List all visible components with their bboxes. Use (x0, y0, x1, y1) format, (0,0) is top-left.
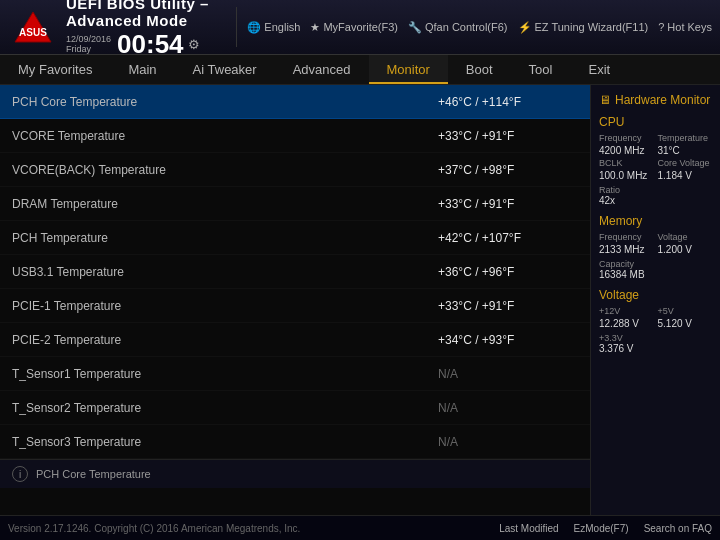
search-faq-button[interactable]: Search on FAQ (644, 523, 712, 534)
question-icon: ? (658, 21, 664, 33)
row-label: T_Sensor2 Temperature (12, 401, 438, 415)
app-title: UEFI BIOS Utility – Advanced Mode (66, 0, 226, 29)
v33-block: +3.3V 3.376 V (599, 333, 712, 354)
date-display: 12/09/2016Friday (66, 34, 111, 54)
row-value: +46°C / +114°F (438, 95, 578, 109)
table-row[interactable]: VCORE Temperature+33°C / +91°F (0, 119, 590, 153)
row-value: +33°C / +91°F (438, 299, 578, 313)
row-value: +42°C / +107°F (438, 231, 578, 245)
navigation-bar: My Favorites Main Ai Tweaker Advanced Mo… (0, 55, 720, 85)
row-label: USB3.1 Temperature (12, 265, 438, 279)
table-row[interactable]: USB3.1 Temperature+36°C / +96°F (0, 255, 590, 289)
row-value: N/A (438, 435, 578, 449)
settings-gear-icon[interactable]: ⚙ (188, 37, 200, 52)
voltage-section-title: Voltage (599, 288, 712, 302)
mem-volt-label: Voltage (658, 232, 713, 242)
monitor-icon: 🖥 (599, 93, 611, 107)
row-label: T_Sensor3 Temperature (12, 435, 438, 449)
row-value: +33°C / +91°F (438, 197, 578, 211)
cpu-temp-value: 31°C (658, 145, 713, 156)
info-text: PCH Core Temperature (36, 468, 151, 480)
qfan-button[interactable]: 🔧 Qfan Control(F6) (408, 21, 508, 34)
nav-advanced[interactable]: Advanced (275, 55, 369, 84)
header-title-block: UEFI BIOS Utility – Advanced Mode 12/09/… (66, 0, 226, 60)
cpu-grid: Frequency Temperature 4200 MHz 31°C BCLK… (599, 133, 712, 181)
copyright-text: Version 2.17.1246. Copyright (C) 2016 Am… (8, 523, 300, 534)
nav-tool[interactable]: Tool (511, 55, 571, 84)
v12-value: 12.288 V (599, 318, 654, 329)
last-modified-button[interactable]: Last Modified (499, 523, 558, 534)
memory-grid: Frequency Voltage 2133 MHz 1.200 V (599, 232, 712, 255)
row-label: DRAM Temperature (12, 197, 438, 211)
v5-label: +5V (658, 306, 713, 316)
nav-monitor[interactable]: Monitor (369, 55, 448, 84)
table-row[interactable]: T_Sensor3 TemperatureN/A (0, 425, 590, 459)
nav-exit[interactable]: Exit (570, 55, 628, 84)
hotkeys-button[interactable]: ? Hot Keys (658, 21, 712, 33)
table-row[interactable]: DRAM Temperature+33°C / +91°F (0, 187, 590, 221)
row-value: +33°C / +91°F (438, 129, 578, 143)
nav-my-favorites[interactable]: My Favorites (0, 55, 110, 84)
table-row[interactable]: PCIE-1 Temperature+33°C / +91°F (0, 289, 590, 323)
info-bar: i PCH Core Temperature (0, 459, 590, 488)
table-row[interactable]: VCORE(BACK) Temperature+37°C / +98°F (0, 153, 590, 187)
v12-label: +12V (599, 306, 654, 316)
mem-cap-value: 16384 MB (599, 269, 712, 280)
table-row[interactable]: PCH Temperature+42°C / +107°F (0, 221, 590, 255)
globe-icon: 🌐 (247, 21, 261, 34)
mem-volt-value: 1.200 V (658, 244, 713, 255)
cpu-ratio-label: Ratio (599, 185, 712, 195)
svg-text:ASUS: ASUS (19, 27, 47, 38)
table-row[interactable]: T_Sensor2 TemperatureN/A (0, 391, 590, 425)
header-bar: ASUS UEFI BIOS Utility – Advanced Mode 1… (0, 0, 720, 55)
nav-ai-tweaker[interactable]: Ai Tweaker (175, 55, 275, 84)
row-label: PCIE-1 Temperature (12, 299, 438, 313)
row-value: +36°C / +96°F (438, 265, 578, 279)
row-label: T_Sensor1 Temperature (12, 367, 438, 381)
fan-icon: 🔧 (408, 21, 422, 34)
header-icons: 🌐 English ★ MyFavorite(F3) 🔧 Qfan Contro… (247, 21, 712, 34)
row-value: N/A (438, 367, 578, 381)
table-row[interactable]: T_Sensor1 TemperatureN/A (0, 357, 590, 391)
hw-panel-title: Hardware Monitor (615, 93, 710, 107)
row-label: VCORE(BACK) Temperature (12, 163, 438, 177)
wizard-icon: ⚡ (518, 21, 532, 34)
ez-mode-button[interactable]: EzMode(F7) (574, 523, 629, 534)
star-icon: ★ (310, 21, 320, 34)
bottom-left: Version 2.17.1246. Copyright (C) 2016 Am… (8, 523, 300, 534)
table-row[interactable]: PCIE-2 Temperature+34°C / +93°F (0, 323, 590, 357)
row-value: +34°C / +93°F (438, 333, 578, 347)
myfavorites-button[interactable]: ★ MyFavorite(F3) (310, 21, 398, 34)
ez-tuning-button[interactable]: ⚡ EZ Tuning Wizard(F11) (518, 21, 649, 34)
row-value: N/A (438, 401, 578, 415)
hardware-monitor-panel: 🖥 Hardware Monitor CPU Frequency Tempera… (590, 85, 720, 515)
row-label: VCORE Temperature (12, 129, 438, 143)
v33-label: +3.3V (599, 333, 712, 343)
mem-cap-label: Capacity (599, 259, 712, 269)
cpu-ratio-value: 42x (599, 195, 712, 206)
bottom-right: Last Modified EzMode(F7) Search on FAQ (499, 523, 712, 534)
table-row[interactable]: PCH Core Temperature+46°C / +114°F (0, 85, 590, 119)
row-value: +37°C / +98°F (438, 163, 578, 177)
english-selector[interactable]: 🌐 English (247, 21, 300, 34)
row-label: PCH Temperature (12, 231, 438, 245)
row-label: PCH Core Temperature (12, 95, 438, 109)
cpu-temp-label: Temperature (658, 133, 713, 143)
mem-freq-label: Frequency (599, 232, 654, 242)
voltage-grid: +12V +5V 12.288 V 5.120 V (599, 306, 712, 329)
cpu-section-title: CPU (599, 115, 712, 129)
cpu-corevolt-value: 1.184 V (658, 170, 713, 181)
v33-value: 3.376 V (599, 343, 712, 354)
mem-freq-value: 2133 MHz (599, 244, 654, 255)
bottom-bar: Version 2.17.1246. Copyright (C) 2016 Am… (0, 515, 720, 540)
header-divider (236, 7, 237, 47)
logo: ASUS (8, 7, 58, 47)
nav-main[interactable]: Main (110, 55, 174, 84)
cpu-bclk-value: 100.0 MHz (599, 170, 654, 181)
memory-section-title: Memory (599, 214, 712, 228)
cpu-freq-label: Frequency (599, 133, 654, 143)
cpu-corevolt-label: Core Voltage (658, 158, 713, 168)
nav-boot[interactable]: Boot (448, 55, 511, 84)
mem-capacity-block: Capacity 16384 MB (599, 259, 712, 280)
temperature-table: PCH Core Temperature+46°C / +114°FVCORE … (0, 85, 590, 515)
